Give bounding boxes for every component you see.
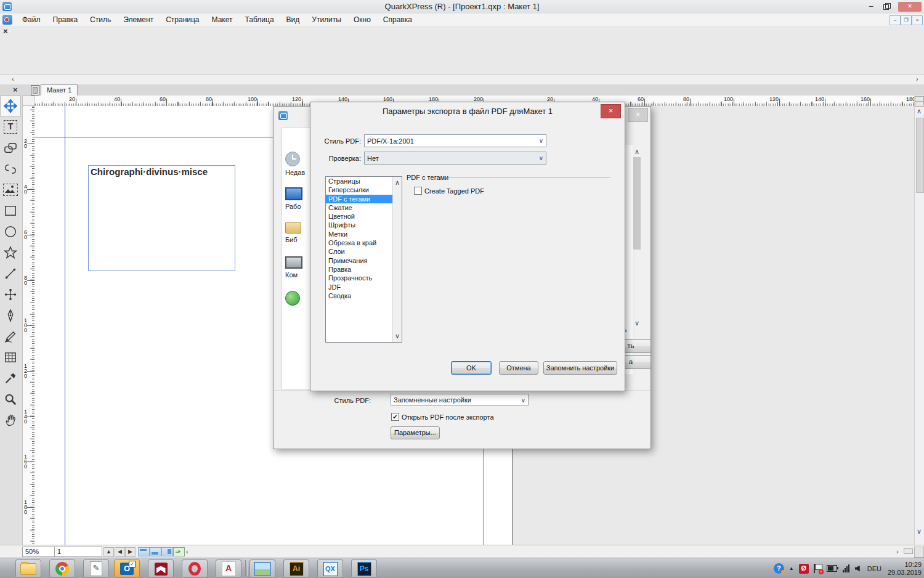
volume-icon[interactable] [855,566,860,572]
verification-select[interactable]: Нет∨ [364,152,546,165]
scroll-up-icon[interactable]: ∧ [634,147,639,157]
menu-item-7[interactable]: Вид [280,14,306,26]
file-list-scrollbar[interactable]: ∧ ∨ [633,147,642,327]
child-close-button[interactable]: × [912,15,923,25]
minimize-button[interactable]: – [864,2,878,12]
child-restore-button[interactable]: ❐ [901,15,912,25]
action-center-icon[interactable]: × [814,564,822,573]
tool-line-button[interactable] [0,263,21,284]
menu-item-2[interactable]: Стиль [84,14,117,26]
save-dialog-close-button[interactable]: × [628,108,648,122]
taskbar-explorer-button[interactable] [15,560,41,578]
scroll-left-icon[interactable]: ‹ [12,75,14,84]
taskbar-reader-button[interactable] [148,560,174,578]
page-next-button[interactable]: ▶ [125,547,136,557]
zoom-field[interactable]: 50% [22,547,55,557]
pane-item-4[interactable]: Цветной [326,212,395,221]
vertical-scrollbar[interactable]: ∧ ∨ [914,96,924,545]
child-minimize-button[interactable]: – [890,15,901,25]
pane-item-6[interactable]: Метки [326,230,395,238]
menu-item-8[interactable]: Утилиты [306,14,347,26]
tool-picture-button[interactable] [0,179,21,200]
options-button[interactable]: Параметры... [391,426,440,439]
clock[interactable]: 10:29 29.03.2019 [888,561,922,577]
menu-item-0[interactable]: Файл [16,14,47,26]
scroll-down-icon[interactable]: ∨ [917,527,922,536]
hscroll-right-icon[interactable]: › [896,547,899,556]
tool-pen-button[interactable] [0,305,21,326]
tool-unlink-button[interactable] [0,158,21,179]
taskbar-quarkxpress-button[interactable]: QX [317,560,343,578]
pane-item-0[interactable]: Страницы [326,177,395,185]
show-hidden-icons[interactable]: ▲ [789,566,794,571]
pane-item-7[interactable]: Обрезка в край [326,238,395,247]
text-box[interactable]: Chirographi·divinus·misce [88,165,235,271]
menu-item-4[interactable]: Страница [160,14,205,26]
pdf-style-select[interactable]: Запомненные настройки∨ [391,394,529,405]
dialog-close-button[interactable]: × [601,104,621,118]
taskbar-photoshop-button[interactable]: Ps [351,560,377,578]
panes-scrollbar[interactable]: ∧ ∨ [392,177,402,342]
taskbar-notepad-button[interactable]: ✎ [83,560,109,578]
help-tray-icon[interactable]: ? [774,563,784,574]
cancel-button[interactable]: Отмена [499,361,538,375]
taskbar-opera-button[interactable] [182,560,208,578]
tool-zoom-button[interactable] [0,389,21,410]
create-tagged-pdf-checkbox[interactable] [414,187,422,195]
scroll-right-icon[interactable]: › [916,75,918,84]
scroll-up-icon[interactable]: ∧ [395,178,400,187]
pane-item-9[interactable]: Примечания [326,256,395,265]
scroll-down-icon[interactable]: ∨ [634,319,639,328]
tool-table-button[interactable] [0,347,21,368]
tool-move-button[interactable] [0,96,21,116]
tool-pencil-button[interactable] [0,326,21,347]
tool-link-button[interactable] [0,137,21,158]
taskbar-acrobat-button[interactable]: A [216,560,241,578]
close-button[interactable]: × [898,2,922,12]
tool-eyedropper-button[interactable] [0,368,21,389]
taskbar-illustrator-button[interactable]: Ai [283,560,309,578]
taskbar-outlook-button[interactable]: O✓ [114,560,140,578]
view-mode-button[interactable] [150,547,161,556]
pane-item-5[interactable]: Шрифты [326,221,395,229]
tool-star-button[interactable] [0,242,21,263]
tool-hand-button[interactable] [0,410,21,431]
scrollbar-thumb[interactable] [633,157,641,250]
hscroll-left-icon[interactable]: ‹ [186,547,188,556]
view-mode-button[interactable] [161,547,173,556]
pane-item-10[interactable]: Правка [326,265,395,274]
menu-item-6[interactable]: Таблица [239,14,280,26]
pane-item-3[interactable]: Сжатие [326,203,395,212]
capture-settings-button[interactable]: Запомнить настройки [543,361,617,375]
pane-item-11[interactable]: Прозрачность [326,274,395,282]
page-up-button[interactable]: ▲ [103,547,114,557]
pane-item-13[interactable]: Сводка [326,291,395,300]
taskbar-chrome-button[interactable] [49,560,75,578]
battery-icon[interactable] [827,565,837,572]
tab-layout-1[interactable]: Макет 1 [41,84,78,96]
taskbar-photos-button[interactable] [249,560,275,578]
menu-item-1[interactable]: Правка [47,14,84,26]
pane-item-1[interactable]: Гиперссылки [326,185,395,194]
network-signal-icon[interactable] [843,564,849,572]
language-indicator[interactable]: DEU [867,565,881,572]
scroll-down-icon[interactable]: ∨ [395,332,400,341]
tool-point-button[interactable] [0,284,21,305]
antivirus-tray-icon[interactable]: Ø [799,564,809,574]
tool-text-button[interactable]: T [0,116,21,137]
restore-button[interactable] [881,2,896,12]
tool-oval-button[interactable] [0,221,21,242]
pane-item-2[interactable]: PDF с тегами [326,195,395,203]
pane-item-12[interactable]: JDF [326,283,395,291]
vscroll-thumb[interactable] [916,118,924,193]
menu-item-3[interactable]: Элемент [117,14,160,26]
split-view-box[interactable] [915,101,924,107]
export-view-button[interactable] [173,547,185,556]
menu-item-5[interactable]: Макет [206,14,239,26]
page-number-field[interactable]: 1 [54,547,102,557]
view-mode-button[interactable] [138,547,150,556]
page-prev-button[interactable]: ◀ [115,547,125,557]
ok-button[interactable]: OK [451,361,492,375]
menu-item-9[interactable]: Окно [347,14,377,26]
split-view-box[interactable] [904,548,913,554]
